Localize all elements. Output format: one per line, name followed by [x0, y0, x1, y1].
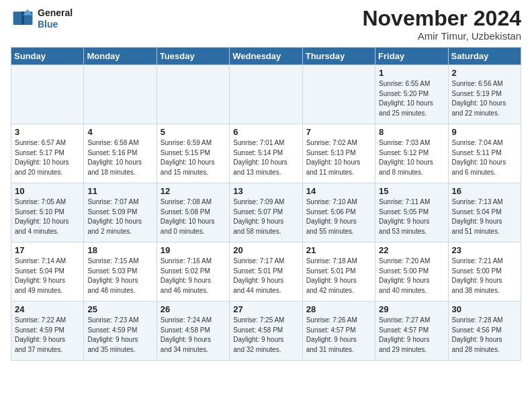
- day-info: Sunrise: 6:57 AM Sunset: 5:17 PM Dayligh…: [15, 138, 81, 177]
- logo-general: General: [38, 7, 73, 19]
- calendar-page: General Blue November 2024 Amir Timur, U…: [0, 0, 532, 367]
- day-cell: [84, 65, 157, 124]
- day-number: 24: [15, 304, 81, 314]
- day-info: Sunrise: 6:56 AM Sunset: 5:19 PM Dayligh…: [452, 79, 518, 118]
- day-info: Sunrise: 7:13 AM Sunset: 5:04 PM Dayligh…: [452, 197, 518, 236]
- day-number: 12: [161, 186, 226, 196]
- day-number: 13: [233, 186, 299, 196]
- day-info: Sunrise: 7:14 AM Sunset: 5:04 PM Dayligh…: [15, 257, 81, 295]
- day-cell: 11Sunrise: 7:07 AM Sunset: 5:09 PM Dayli…: [84, 183, 157, 242]
- day-number: 28: [306, 304, 372, 314]
- day-cell: 13Sunrise: 7:09 AM Sunset: 5:07 PM Dayli…: [230, 183, 302, 242]
- day-info: Sunrise: 7:23 AM Sunset: 4:59 PM Dayligh…: [87, 316, 153, 355]
- day-info: Sunrise: 7:17 AM Sunset: 5:01 PM Dayligh…: [233, 257, 299, 295]
- day-cell: 19Sunrise: 7:16 AM Sunset: 5:02 PM Dayli…: [157, 242, 229, 302]
- header: General Blue November 2024 Amir Timur, U…: [11, 7, 521, 42]
- day-info: Sunrise: 7:10 AM Sunset: 5:06 PM Dayligh…: [306, 197, 372, 236]
- day-number: 21: [306, 245, 372, 255]
- day-info: Sunrise: 7:11 AM Sunset: 5:05 PM Dayligh…: [379, 197, 445, 236]
- day-cell: 23Sunrise: 7:21 AM Sunset: 5:00 PM Dayli…: [448, 242, 521, 302]
- day-info: Sunrise: 7:24 AM Sunset: 4:58 PM Dayligh…: [161, 316, 226, 355]
- day-cell: [157, 65, 229, 124]
- day-cell: 2Sunrise: 6:56 AM Sunset: 5:19 PM Daylig…: [448, 65, 521, 124]
- day-number: 29: [379, 304, 445, 314]
- day-number: 9: [452, 127, 518, 137]
- day-info: Sunrise: 7:27 AM Sunset: 4:57 PM Dayligh…: [379, 316, 445, 355]
- week-row-1: 1Sunrise: 6:55 AM Sunset: 5:20 PM Daylig…: [11, 65, 521, 124]
- day-info: Sunrise: 7:26 AM Sunset: 4:57 PM Dayligh…: [306, 316, 372, 355]
- day-cell: 1Sunrise: 6:55 AM Sunset: 5:20 PM Daylig…: [375, 65, 448, 124]
- week-row-3: 10Sunrise: 7:05 AM Sunset: 5:10 PM Dayli…: [11, 183, 521, 242]
- day-cell: 29Sunrise: 7:27 AM Sunset: 4:57 PM Dayli…: [375, 302, 448, 361]
- day-info: Sunrise: 7:05 AM Sunset: 5:10 PM Dayligh…: [15, 197, 81, 236]
- logo-text: General Blue: [38, 7, 73, 30]
- day-info: Sunrise: 7:20 AM Sunset: 5:00 PM Dayligh…: [379, 257, 445, 295]
- header-cell-saturday: Saturday: [448, 48, 521, 65]
- day-number: 15: [379, 186, 445, 196]
- day-cell: [302, 65, 375, 124]
- day-number: 22: [379, 245, 445, 255]
- day-cell: 21Sunrise: 7:18 AM Sunset: 5:01 PM Dayli…: [302, 242, 375, 302]
- month-title: November 2024: [362, 7, 521, 30]
- day-number: 30: [452, 304, 518, 314]
- day-info: Sunrise: 7:25 AM Sunset: 4:58 PM Dayligh…: [233, 316, 299, 355]
- day-info: Sunrise: 7:28 AM Sunset: 4:56 PM Dayligh…: [452, 316, 518, 355]
- day-info: Sunrise: 7:21 AM Sunset: 5:00 PM Dayligh…: [452, 257, 518, 295]
- day-number: 2: [452, 68, 518, 78]
- day-number: 18: [87, 245, 153, 255]
- day-cell: 4Sunrise: 6:58 AM Sunset: 5:16 PM Daylig…: [84, 124, 157, 183]
- day-number: 10: [15, 186, 81, 196]
- day-number: 6: [233, 127, 299, 137]
- day-cell: 26Sunrise: 7:24 AM Sunset: 4:58 PM Dayli…: [157, 302, 229, 361]
- logo-icon: [11, 7, 35, 31]
- week-row-4: 17Sunrise: 7:14 AM Sunset: 5:04 PM Dayli…: [11, 242, 521, 302]
- day-cell: [230, 65, 302, 124]
- day-cell: 10Sunrise: 7:05 AM Sunset: 5:10 PM Dayli…: [11, 183, 84, 242]
- day-info: Sunrise: 7:03 AM Sunset: 5:12 PM Dayligh…: [379, 138, 445, 177]
- header-cell-tuesday: Tuesday: [157, 48, 229, 65]
- day-info: Sunrise: 7:01 AM Sunset: 5:14 PM Dayligh…: [233, 138, 299, 177]
- day-cell: 20Sunrise: 7:17 AM Sunset: 5:01 PM Dayli…: [230, 242, 302, 302]
- day-number: 25: [87, 304, 153, 314]
- day-cell: 15Sunrise: 7:11 AM Sunset: 5:05 PM Dayli…: [375, 183, 448, 242]
- day-number: 14: [306, 186, 372, 196]
- week-row-5: 24Sunrise: 7:22 AM Sunset: 4:59 PM Dayli…: [11, 302, 521, 361]
- day-number: 26: [161, 304, 226, 314]
- day-cell: 27Sunrise: 7:25 AM Sunset: 4:58 PM Dayli…: [230, 302, 302, 361]
- day-info: Sunrise: 6:55 AM Sunset: 5:20 PM Dayligh…: [379, 79, 445, 118]
- header-row: SundayMondayTuesdayWednesdayThursdayFrid…: [11, 48, 521, 65]
- day-number: 27: [233, 304, 299, 314]
- logo-blue: Blue: [38, 19, 73, 30]
- day-info: Sunrise: 6:58 AM Sunset: 5:16 PM Dayligh…: [87, 138, 153, 177]
- day-number: 17: [15, 245, 81, 255]
- day-cell: 14Sunrise: 7:10 AM Sunset: 5:06 PM Dayli…: [302, 183, 375, 242]
- day-number: 19: [161, 245, 226, 255]
- day-cell: 30Sunrise: 7:28 AM Sunset: 4:56 PM Dayli…: [448, 302, 521, 361]
- day-number: 11: [87, 186, 153, 196]
- day-info: Sunrise: 7:08 AM Sunset: 5:08 PM Dayligh…: [161, 197, 226, 236]
- day-cell: 24Sunrise: 7:22 AM Sunset: 4:59 PM Dayli…: [11, 302, 84, 361]
- day-info: Sunrise: 7:02 AM Sunset: 5:13 PM Dayligh…: [306, 138, 372, 177]
- svg-rect-3: [21, 11, 24, 25]
- day-number: 1: [379, 68, 445, 78]
- day-info: Sunrise: 7:16 AM Sunset: 5:02 PM Dayligh…: [161, 257, 226, 295]
- svg-rect-1: [13, 11, 23, 25]
- day-number: 16: [452, 186, 518, 196]
- day-cell: 28Sunrise: 7:26 AM Sunset: 4:57 PM Dayli…: [302, 302, 375, 361]
- day-cell: 8Sunrise: 7:03 AM Sunset: 5:12 PM Daylig…: [375, 124, 448, 183]
- logo: General Blue: [11, 7, 73, 31]
- day-number: 4: [87, 127, 153, 137]
- day-info: Sunrise: 7:04 AM Sunset: 5:11 PM Dayligh…: [452, 138, 518, 177]
- title-block: November 2024 Amir Timur, Uzbekistan: [362, 7, 521, 42]
- day-number: 20: [233, 245, 299, 255]
- week-row-2: 3Sunrise: 6:57 AM Sunset: 5:17 PM Daylig…: [11, 124, 521, 183]
- header-cell-monday: Monday: [84, 48, 157, 65]
- day-cell: 16Sunrise: 7:13 AM Sunset: 5:04 PM Dayli…: [448, 183, 521, 242]
- day-number: 3: [15, 127, 81, 137]
- day-cell: 5Sunrise: 6:59 AM Sunset: 5:15 PM Daylig…: [157, 124, 229, 183]
- day-cell: 22Sunrise: 7:20 AM Sunset: 5:00 PM Dayli…: [375, 242, 448, 302]
- calendar-header: SundayMondayTuesdayWednesdayThursdayFrid…: [11, 48, 521, 65]
- day-number: 23: [452, 245, 518, 255]
- day-number: 8: [379, 127, 445, 137]
- day-cell: 12Sunrise: 7:08 AM Sunset: 5:08 PM Dayli…: [157, 183, 229, 242]
